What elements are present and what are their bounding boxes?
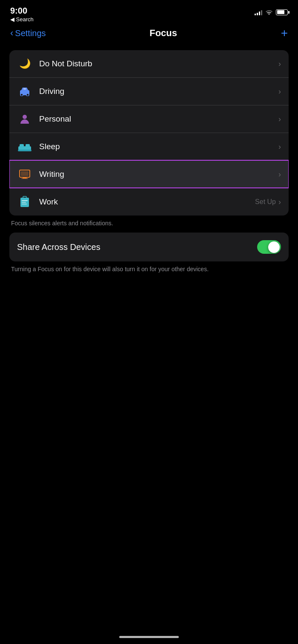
svg-rect-10: [21, 171, 29, 176]
list-item-do-not-disturb[interactable]: 🌙 Do Not Disturb ›: [9, 50, 289, 77]
page-title: Focus: [149, 28, 177, 39]
list-item-sleep[interactable]: Sleep ›: [9, 133, 289, 160]
svg-rect-8: [18, 150, 32, 151]
work-chevron-icon: ›: [278, 198, 281, 207]
home-indicator: [119, 636, 179, 638]
share-note: Turning a Focus on for this device will …: [11, 265, 287, 274]
nav-bar: ‹ Settings Focus +: [0, 23, 298, 46]
svg-rect-3: [23, 88, 26, 90]
driving-chevron-icon: ›: [278, 87, 281, 96]
status-right: [255, 6, 288, 16]
driving-icon: [17, 84, 32, 99]
sleep-chevron-icon: ›: [278, 142, 281, 151]
add-button[interactable]: +: [281, 27, 288, 39]
bar1: [255, 14, 256, 15]
personal-chevron-icon: ›: [278, 115, 281, 124]
do-not-disturb-icon: 🌙: [17, 56, 32, 71]
svg-rect-7: [26, 144, 30, 148]
writing-label: Writing: [39, 170, 276, 179]
back-button[interactable]: ‹ Settings: [10, 28, 46, 39]
toggle-thumb: [268, 241, 280, 253]
back-chevron-icon: ‹: [10, 28, 13, 39]
battery-icon: [276, 9, 288, 15]
sleep-label: Sleep: [39, 142, 276, 151]
bar3: [259, 11, 260, 15]
work-icon: [17, 194, 32, 210]
svg-point-1: [20, 94, 23, 96]
list-item-writing[interactable]: Writing ›: [9, 160, 289, 188]
do-not-disturb-chevron-icon: ›: [278, 60, 281, 68]
share-across-devices-card: Share Across Devices: [9, 233, 289, 261]
work-label: Work: [39, 197, 255, 207]
do-not-disturb-label: Do Not Disturb: [39, 59, 276, 68]
back-label: Settings: [15, 28, 46, 38]
driving-label: Driving: [39, 87, 276, 96]
svg-rect-12: [21, 178, 28, 179]
list-item-personal[interactable]: Personal ›: [9, 105, 289, 133]
wifi-icon: [265, 9, 273, 16]
share-toggle[interactable]: [257, 240, 281, 254]
focus-list-card: 🌙 Do Not Disturb › Driving › Personal ›: [9, 50, 289, 216]
writing-chevron-icon: ›: [278, 170, 281, 179]
svg-rect-17: [22, 204, 27, 204]
status-time: 9:00: [10, 6, 34, 15]
status-bar: 9:00 ◀ Search: [0, 0, 298, 23]
writing-icon: [17, 167, 32, 182]
battery-fill: [277, 10, 284, 14]
svg-rect-14: [23, 196, 26, 199]
bar2: [257, 13, 258, 15]
personal-label: Personal: [39, 114, 276, 124]
svg-rect-15: [22, 200, 28, 201]
svg-point-2: [26, 94, 29, 96]
list-item-work[interactable]: Work Set Up ›: [9, 188, 289, 216]
svg-rect-16: [22, 202, 26, 203]
work-action-label: Set Up: [255, 198, 276, 206]
personal-icon: [17, 111, 32, 127]
silences-note: Focus silences alerts and notifications.: [11, 220, 287, 227]
sleep-icon: [17, 139, 32, 154]
svg-rect-6: [20, 144, 24, 148]
signal-bars-icon: [255, 9, 262, 15]
svg-point-4: [23, 115, 27, 119]
list-item-driving[interactable]: Driving ›: [9, 77, 289, 105]
share-label: Share Across Devices: [17, 242, 100, 252]
status-back-search: ◀ Search: [10, 16, 34, 23]
status-left: 9:00 ◀ Search: [10, 6, 34, 23]
bar4: [261, 10, 262, 15]
